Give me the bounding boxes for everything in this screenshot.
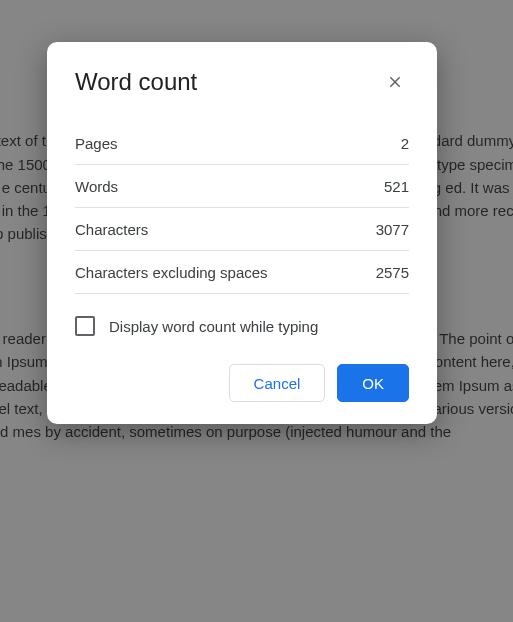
dialog-title: Word count	[75, 68, 197, 96]
stat-value: 3077	[376, 221, 409, 238]
stat-row-words: Words 521	[75, 165, 409, 208]
stat-row-characters: Characters 3077	[75, 208, 409, 251]
display-while-typing-row: Display word count while typing	[75, 316, 409, 336]
stat-value: 2575	[376, 264, 409, 281]
stat-row-characters-no-spaces: Characters excluding spaces 2575	[75, 251, 409, 294]
display-while-typing-label: Display word count while typing	[109, 318, 318, 335]
stat-label: Characters	[75, 221, 148, 238]
ok-button[interactable]: OK	[337, 364, 409, 402]
word-count-dialog: Word count Pages 2 Words 521 Characters …	[47, 42, 437, 424]
stat-value: 521	[384, 178, 409, 195]
stat-value: 2	[401, 135, 409, 152]
stat-label: Characters excluding spaces	[75, 264, 268, 281]
display-while-typing-checkbox[interactable]	[75, 316, 95, 336]
close-icon	[387, 74, 403, 90]
cancel-button[interactable]: Cancel	[229, 364, 326, 402]
stat-row-pages: Pages 2	[75, 122, 409, 165]
close-button[interactable]	[381, 68, 409, 96]
stat-label: Pages	[75, 135, 118, 152]
stat-label: Words	[75, 178, 118, 195]
